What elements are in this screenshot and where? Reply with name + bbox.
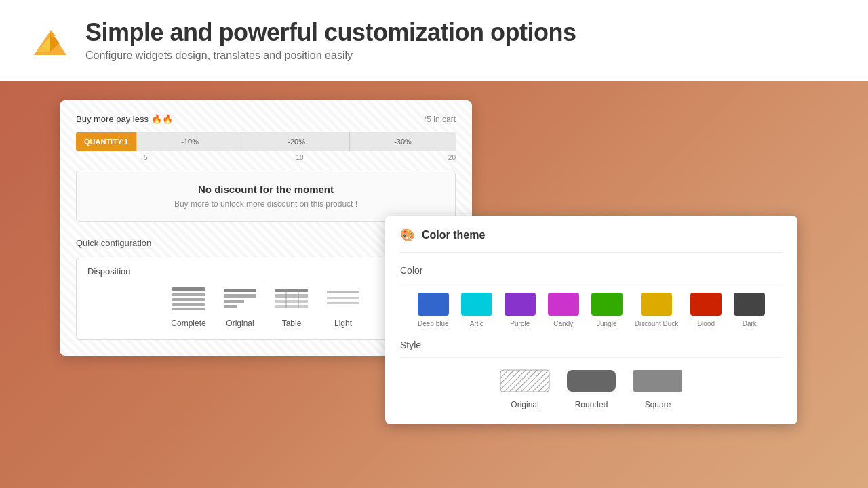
no-discount-sub: Buy more to unlock more discount on this… bbox=[89, 199, 443, 209]
duck-logo-icon bbox=[27, 18, 73, 64]
discount-title: Buy more pay less 🔥🔥 bbox=[76, 114, 173, 124]
disposition-original-icon bbox=[222, 286, 258, 313]
style-label-0: Original bbox=[511, 400, 538, 409]
qty-segment-2: -20% bbox=[243, 132, 349, 151]
qty-num-20: 20 bbox=[352, 154, 456, 161]
color-section: Color Deep blueArticPurpleCandyJungleDis… bbox=[400, 265, 783, 327]
swatch-color-6 bbox=[690, 293, 722, 316]
disposition-light[interactable]: Light bbox=[326, 286, 361, 328]
qty-num-5: 5 bbox=[144, 154, 248, 161]
style-option-1[interactable]: Rounded bbox=[566, 367, 617, 409]
style-section-label: Style bbox=[400, 340, 783, 358]
swatch-color-7 bbox=[734, 293, 765, 316]
header-text: Simple and powerful customization option… bbox=[85, 19, 576, 62]
svg-rect-13 bbox=[224, 305, 237, 308]
color-swatch-3[interactable]: Candy bbox=[548, 293, 579, 327]
swatch-label-0: Deep blue bbox=[418, 320, 449, 327]
svg-rect-25 bbox=[567, 370, 616, 392]
disposition-complete-label: Complete bbox=[171, 319, 205, 328]
svg-rect-12 bbox=[224, 300, 244, 303]
swatch-label-7: Dark bbox=[743, 320, 757, 327]
disposition-original[interactable]: Original bbox=[222, 286, 258, 328]
cart-info: *5 in cart bbox=[424, 115, 456, 124]
svg-rect-9 bbox=[172, 308, 205, 310]
qty-segment-3: -30% bbox=[349, 132, 456, 151]
color-swatch-4[interactable]: Jungle bbox=[591, 293, 623, 327]
swatch-color-3 bbox=[548, 293, 579, 316]
svg-rect-6 bbox=[172, 293, 205, 296]
header-title: Simple and powerful customization option… bbox=[85, 19, 576, 46]
svg-rect-26 bbox=[633, 370, 682, 392]
svg-rect-22 bbox=[327, 302, 359, 304]
color-section-label: Color bbox=[400, 265, 783, 283]
style-preview-2 bbox=[632, 367, 684, 394]
quantity-bar: QUANTITY:1 -10% -20% -30% bbox=[76, 132, 456, 151]
color-theme-header: 🎨 Color theme bbox=[400, 228, 783, 253]
no-discount-box: No discount for the moment Buy more to u… bbox=[76, 171, 456, 222]
style-preview-0 bbox=[499, 367, 551, 394]
swatch-color-1 bbox=[461, 293, 492, 316]
swatch-label-5: Discount Duck bbox=[635, 320, 678, 327]
swatch-color-5 bbox=[641, 293, 672, 316]
swatch-label-3: Candy bbox=[553, 320, 573, 327]
style-section: Style OriginalRoundedSquare bbox=[400, 340, 783, 409]
svg-rect-20 bbox=[327, 291, 359, 293]
color-swatch-5[interactable]: Discount Duck bbox=[635, 293, 678, 327]
swatch-label-1: Artic bbox=[470, 320, 484, 327]
disposition-table[interactable]: Table bbox=[274, 286, 309, 328]
header-subtitle: Configure widgets design, translates and… bbox=[85, 49, 576, 62]
style-label-1: Rounded bbox=[575, 400, 608, 409]
qty-num-10: 10 bbox=[248, 154, 351, 161]
qty-label: QUANTITY:1 bbox=[76, 132, 136, 151]
style-option-2[interactable]: Square bbox=[632, 367, 684, 409]
color-swatch-1[interactable]: Artic bbox=[461, 293, 492, 327]
disposition-complete-icon bbox=[171, 286, 206, 313]
svg-rect-14 bbox=[275, 289, 308, 292]
swatch-label-4: Jungle bbox=[597, 320, 616, 327]
discount-header: Buy more pay less 🔥🔥 *5 in cart bbox=[76, 114, 456, 124]
color-theme-title: Color theme bbox=[422, 229, 485, 241]
svg-rect-17 bbox=[275, 305, 308, 308]
style-preview-1 bbox=[566, 367, 617, 394]
svg-rect-8 bbox=[172, 303, 205, 306]
svg-rect-21 bbox=[327, 297, 359, 299]
main-area: Buy more pay less 🔥🔥 *5 in cart QUANTITY… bbox=[0, 81, 868, 488]
swatch-label-6: Blood bbox=[697, 320, 715, 327]
header: Simple and powerful customization option… bbox=[0, 0, 868, 81]
qty-numbers: 5 10 20 bbox=[144, 154, 456, 161]
no-discount-title: No discount for the moment bbox=[89, 184, 443, 195]
svg-rect-5 bbox=[172, 287, 205, 291]
widget-card-2: 🎨 Color theme Color Deep blueArticPurple… bbox=[385, 216, 797, 424]
color-swatch-0[interactable]: Deep blue bbox=[418, 293, 449, 327]
disposition-original-label: Original bbox=[226, 319, 254, 328]
svg-rect-16 bbox=[275, 300, 308, 303]
qty-segment-1: -10% bbox=[136, 132, 243, 151]
style-option-0[interactable]: Original bbox=[499, 367, 551, 409]
color-swatch-6[interactable]: Blood bbox=[690, 293, 722, 327]
color-swatches: Deep blueArticPurpleCandyJungleDiscount … bbox=[400, 293, 783, 327]
svg-rect-15 bbox=[275, 294, 308, 298]
disposition-table-icon bbox=[274, 286, 309, 313]
style-label-2: Square bbox=[645, 400, 671, 409]
style-options: OriginalRoundedSquare bbox=[400, 367, 783, 409]
color-swatch-2[interactable]: Purple bbox=[505, 293, 536, 327]
disposition-light-icon bbox=[326, 286, 361, 313]
color-swatch-7[interactable]: Dark bbox=[734, 293, 765, 327]
disposition-light-label: Light bbox=[334, 319, 352, 328]
swatch-color-0 bbox=[418, 293, 449, 316]
swatch-color-4 bbox=[591, 293, 623, 316]
swatch-color-2 bbox=[505, 293, 536, 316]
swatch-label-2: Purple bbox=[510, 320, 530, 327]
svg-rect-7 bbox=[172, 298, 205, 301]
palette-icon: 🎨 bbox=[400, 228, 415, 243]
svg-rect-10 bbox=[224, 289, 256, 292]
svg-rect-24 bbox=[500, 370, 549, 392]
svg-rect-11 bbox=[224, 294, 256, 298]
disposition-complete[interactable]: Complete bbox=[171, 286, 206, 328]
disposition-table-label: Table bbox=[282, 319, 302, 328]
